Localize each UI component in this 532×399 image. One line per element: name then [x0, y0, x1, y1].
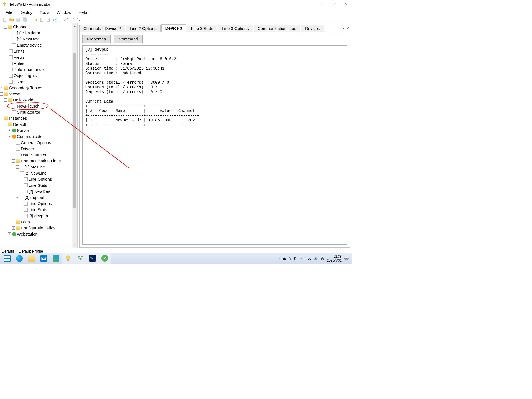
tree-roles[interactable]: Roles	[14, 60, 24, 66]
properties-button[interactable]: Properties	[82, 35, 111, 43]
expand-icon[interactable]: +	[8, 129, 11, 132]
open-folder-icon[interactable]	[9, 17, 14, 22]
save-icon[interactable]	[16, 17, 21, 22]
tab-overflow-icon[interactable]: ▾	[342, 26, 344, 30]
ime-indicator[interactable]: 英	[321, 256, 324, 261]
tab-line3-options[interactable]: Line 3 Options	[218, 25, 253, 32]
collapse-icon[interactable]: −	[4, 98, 7, 102]
taskbar-app[interactable]: ✕	[99, 253, 111, 264]
tab-device3[interactable]: Device 3	[161, 24, 186, 32]
tab-comm-lines[interactable]: Communication lines	[254, 25, 300, 32]
collapse-icon[interactable]: −	[0, 92, 3, 96]
taskbar-security[interactable]	[50, 253, 62, 264]
new-file-icon[interactable]	[3, 17, 7, 22]
tree-server[interactable]: Server	[17, 127, 29, 134]
vm-icon[interactable]: ⎙	[289, 257, 291, 260]
tree-commlines[interactable]: Communication Lines	[21, 158, 61, 164]
taskbar-powershell[interactable]: >_	[86, 253, 99, 264]
bluetooth-icon[interactable]: ᚼ	[278, 257, 280, 260]
menu-window[interactable]: Window	[53, 9, 75, 15]
notification-icon[interactable]: 💬	[344, 257, 349, 260]
scroll-down-icon[interactable]: ▼	[72, 243, 77, 248]
tree-newdev[interactable]: [2] NewDev	[17, 36, 39, 42]
expand-icon[interactable]: +	[16, 165, 19, 169]
collapse-icon[interactable]: −	[12, 159, 15, 163]
close-button[interactable]: ✕	[343, 2, 350, 6]
tab-channels-device2[interactable]: Channels - Device 2	[79, 25, 125, 32]
scroll-thumb[interactable]	[73, 53, 76, 208]
menu-tools[interactable]: Tools	[36, 9, 53, 15]
sound-icon[interactable]: 🔊	[314, 257, 318, 260]
tree-cfgfiles[interactable]: Configuration Files	[21, 225, 55, 231]
chart-icon[interactable]	[33, 17, 37, 22]
expand-icon[interactable]: +	[8, 232, 11, 236]
tree-channels[interactable]: Channels	[13, 24, 30, 30]
line-plus-icon[interactable]: +	[70, 17, 74, 22]
help-icon[interactable]: ?	[53, 17, 57, 22]
project-tree[interactable]: −Channels [1] Simulator [2] NewDev Empty…	[0, 23, 77, 248]
tree-empty[interactable]: Empty device	[17, 42, 42, 48]
tree-linestats[interactable]: Line Stats	[29, 182, 47, 188]
menu-help[interactable]: Help	[75, 9, 90, 15]
tab-line3-stats[interactable]: Line 3 Stats	[187, 25, 217, 32]
tree-communicator[interactable]: Communicator	[17, 134, 44, 140]
expand-icon[interactable]: +	[12, 226, 15, 230]
menu-deploy[interactable]: Deploy	[16, 9, 36, 15]
scroll-up-icon[interactable]: ▲	[72, 23, 77, 28]
tree-drivers[interactable]: Drivers	[21, 146, 34, 152]
tree-simtbl[interactable]: Simulator.tbl	[17, 109, 40, 115]
tree-instances[interactable]: Instances	[9, 115, 27, 121]
tree-views2[interactable]: Views	[9, 91, 20, 97]
tree-webstation[interactable]: Webstation	[17, 231, 38, 237]
tab-close-icon[interactable]: ✕	[346, 26, 349, 30]
shield-icon[interactable]: ⛨	[293, 257, 297, 260]
device-log[interactable]: [3] devpub ---------- Driver : DrvMqttPu…	[82, 45, 347, 245]
tree-scrollbar[interactable]: ▲ ▼	[72, 23, 77, 248]
taskbar-explorer[interactable]	[25, 253, 38, 264]
tree-objrights[interactable]: Object rights	[14, 73, 37, 79]
taskbar-mail[interactable]	[38, 253, 50, 264]
tree-linestats2[interactable]: Line Stats	[29, 207, 47, 213]
tree-sectables[interactable]: Secondary Tables	[9, 85, 42, 91]
collapse-icon[interactable]: −	[16, 172, 19, 175]
tree-users[interactable]: Users	[14, 79, 24, 85]
collapse-icon[interactable]: −	[8, 135, 11, 138]
taskbar-admin-app[interactable]	[62, 253, 74, 264]
tree-logs[interactable]: Logs	[21, 219, 30, 225]
tree-datasrc[interactable]: Data Sources	[21, 152, 46, 158]
tree-views[interactable]: Views	[14, 54, 25, 60]
network-icon[interactable]: 🖧	[308, 257, 311, 260]
tree-roleinh[interactable]: Role inheritance	[14, 66, 44, 73]
vmware-icon[interactable]: vm	[300, 257, 305, 260]
menu-file[interactable]: File	[2, 9, 16, 15]
tree-newfile[interactable]: NewFile.sch	[17, 103, 40, 109]
gear-plus-icon[interactable]: +	[63, 17, 68, 22]
tab-devices[interactable]: Devices	[301, 25, 324, 32]
minimize-button[interactable]: ─	[319, 2, 325, 6]
tree-devpub[interactable]: [3] devpub	[29, 213, 48, 219]
tree-simulator[interactable]: [1] Simulator	[17, 30, 40, 36]
tree-lineopts2[interactable]: Line Options	[29, 201, 52, 207]
export-icon[interactable]	[46, 17, 51, 22]
tree-mqttpub[interactable]: [3] mqttpub	[25, 195, 45, 201]
collapse-icon[interactable]: −	[16, 196, 19, 199]
tray-arrow-icon[interactable]: ⏏	[283, 257, 286, 260]
taskbar-network[interactable]	[74, 253, 86, 264]
tree-helloworld[interactable]: HelloWorld	[13, 97, 33, 103]
clock[interactable]: 12:38 2023/5/31	[327, 255, 342, 262]
command-button[interactable]: Command	[114, 35, 142, 43]
tab-line2-options[interactable]: Line 2 Options	[126, 25, 161, 32]
tree-default[interactable]: Default	[13, 121, 26, 127]
collapse-icon[interactable]: −	[0, 117, 3, 120]
save-all-icon[interactable]	[23, 17, 27, 22]
tree-limits[interactable]: Limits	[14, 48, 24, 54]
tree-genopts[interactable]: General Options	[21, 140, 51, 146]
search-icon[interactable]	[76, 17, 81, 22]
tree-newline[interactable]: [2] NewLine	[25, 170, 47, 176]
collapse-icon[interactable]: −	[4, 25, 7, 29]
maximize-button[interactable]: ▢	[331, 2, 337, 6]
tree-myline[interactable]: [1] My Line	[25, 164, 45, 170]
collapse-icon[interactable]: −	[4, 123, 7, 126]
tree-lineopts[interactable]: Line Options	[29, 176, 52, 182]
start-button[interactable]	[1, 253, 13, 264]
